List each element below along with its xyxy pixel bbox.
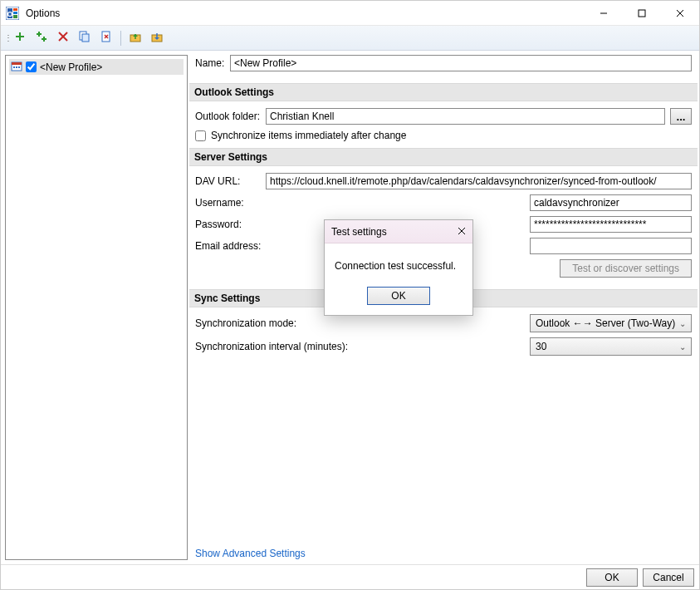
- calendar-icon: [11, 60, 22, 74]
- outlook-folder-label: Outlook folder:: [195, 111, 266, 122]
- import-button[interactable]: [126, 29, 144, 47]
- svg-rect-31: [18, 66, 20, 68]
- sync-interval-select[interactable]: 30 ⌄: [530, 337, 692, 356]
- toolbar-grip: ⋮: [4, 37, 7, 40]
- new-profile-button[interactable]: [11, 29, 29, 47]
- dialog-footer: OK Cancel: [1, 564, 699, 589]
- sync-interval-value: 30: [536, 341, 546, 352]
- folder-up-icon: [130, 31, 141, 45]
- sync-mode-value: Outlook ←→ Server (Two-Way): [536, 317, 675, 329]
- copy-button[interactable]: [76, 29, 94, 47]
- new-multiple-button[interactable]: [32, 29, 51, 47]
- server-settings-header: Server Settings: [189, 148, 698, 166]
- davurl-input[interactable]: [266, 173, 692, 189]
- password-input[interactable]: [530, 216, 692, 233]
- plus-multi-icon: [36, 31, 47, 45]
- export-button[interactable]: [148, 29, 166, 47]
- name-input[interactable]: [230, 55, 692, 71]
- folder-down-icon: [151, 31, 163, 45]
- sync-immediately-label: Synchronize items immediately after chan…: [211, 130, 406, 141]
- cancel-button[interactable]: Cancel: [643, 568, 694, 587]
- modal-ok-button[interactable]: OK: [367, 287, 430, 305]
- email-input[interactable]: [530, 238, 692, 254]
- password-label: Password:: [195, 219, 266, 230]
- sync-mode-select[interactable]: Outlook ←→ Server (Two-Way) ⌄: [530, 314, 692, 332]
- doc-x-icon: [100, 31, 112, 45]
- sync-interval-label: Synchronization interval (minutes):: [195, 341, 361, 352]
- username-label: Username:: [195, 197, 266, 209]
- svg-rect-4: [13, 12, 17, 14]
- outlook-settings-header: Outlook Settings: [189, 83, 698, 101]
- show-advanced-link[interactable]: Show Advanced Settings: [192, 543, 695, 564]
- browse-folder-button[interactable]: ...: [670, 108, 692, 125]
- test-settings-button[interactable]: Test or discover settings: [560, 259, 692, 278]
- chevron-down-icon: ⌄: [679, 342, 686, 352]
- window-title: Options: [24, 7, 585, 19]
- davurl-label: DAV URL:: [195, 175, 266, 187]
- outlook-folder-input[interactable]: [266, 108, 665, 125]
- profile-item[interactable]: <New Profile>: [9, 59, 184, 75]
- svg-rect-28: [12, 62, 22, 65]
- svg-text:O: O: [7, 10, 12, 18]
- svg-rect-3: [13, 8, 17, 11]
- svg-rect-5: [13, 15, 17, 18]
- profile-tree[interactable]: <New Profile>: [5, 55, 188, 560]
- svg-rect-30: [16, 66, 17, 68]
- modal-title: Test settings: [331, 226, 387, 238]
- username-input[interactable]: [530, 194, 692, 211]
- email-label: Email address:: [195, 240, 266, 252]
- toolbar: ⋮: [1, 26, 699, 51]
- app-icon: O: [6, 7, 19, 20]
- chevron-down-icon: ⌄: [679, 319, 686, 328]
- modal-close-button[interactable]: [458, 226, 466, 238]
- svg-rect-29: [13, 66, 15, 68]
- delete-button[interactable]: [54, 29, 72, 47]
- minimize-button[interactable]: [585, 1, 623, 26]
- test-settings-dialog: Test settings Connection test successful…: [324, 219, 473, 316]
- svg-rect-19: [82, 34, 89, 42]
- x-icon: [58, 32, 68, 44]
- plus-icon: [14, 31, 26, 45]
- close-button[interactable]: [661, 1, 699, 26]
- modal-message: Connection test successful.: [335, 260, 456, 272]
- ok-button[interactable]: OK: [586, 568, 638, 587]
- name-label: Name:: [195, 57, 230, 69]
- toolbar-separator: [120, 31, 121, 46]
- profile-label: <New Profile>: [40, 61, 102, 73]
- maximize-button[interactable]: [623, 1, 661, 26]
- copy-icon: [79, 31, 91, 45]
- sync-mode-label: Synchronization mode:: [195, 317, 361, 329]
- clear-button[interactable]: [97, 29, 115, 47]
- profile-checkbox[interactable]: [26, 61, 37, 72]
- svg-rect-7: [639, 10, 645, 17]
- sync-immediately-checkbox[interactable]: [195, 130, 206, 141]
- close-icon: [458, 227, 466, 235]
- titlebar[interactable]: O Options: [1, 1, 699, 26]
